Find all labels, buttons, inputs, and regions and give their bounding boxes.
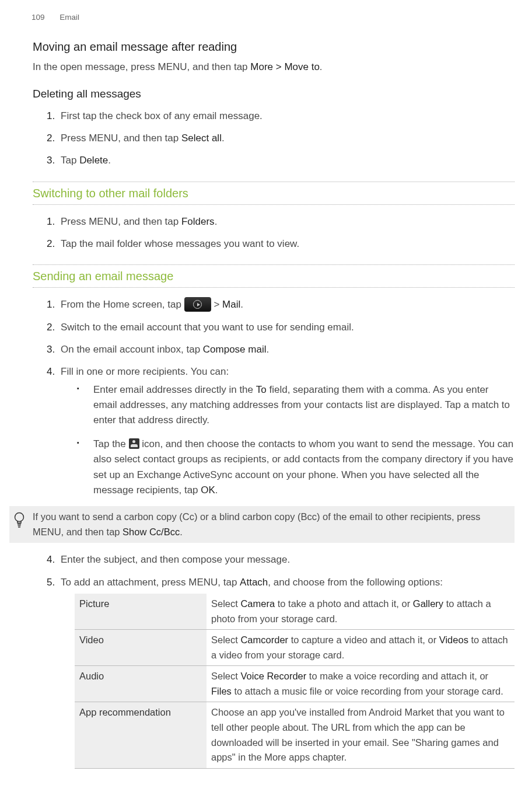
list-item: 1.Press MENU, and then tap Folders. bbox=[47, 214, 514, 229]
list-item: 1. From the Home screen, tap > Mail. bbox=[47, 297, 514, 312]
section-divider: Sending an email message bbox=[33, 264, 514, 288]
attach-desc-video: Select Camcorder to capture a video and … bbox=[206, 630, 514, 666]
attach-desc-app: Choose an app you've installed from Andr… bbox=[206, 702, 514, 768]
tip-text: If you want to send a carbon copy (Cc) o… bbox=[33, 510, 508, 539]
list-item: 4.Fill in one or more recipients. You ca… bbox=[47, 364, 514, 498]
attach-label-video: Video bbox=[75, 630, 206, 666]
heading-deleting-all: Deleting all messages bbox=[33, 85, 514, 102]
heading-switching-folders: Switching to other mail folders bbox=[33, 184, 514, 203]
list-item: 1.First tap the check box of any email m… bbox=[47, 109, 514, 124]
page-number: 109 bbox=[32, 13, 45, 22]
svg-point-0 bbox=[15, 513, 24, 522]
switching-list: 1.Press MENU, and then tap Folders. 2.Ta… bbox=[33, 214, 514, 252]
attach-label-audio: Audio bbox=[75, 666, 206, 702]
list-item: 2.Switch to the email account that you w… bbox=[47, 320, 514, 335]
table-row: Audio Select Voice Recorder to make a vo… bbox=[75, 666, 514, 702]
list-item: Tap the icon, and then choose the contac… bbox=[77, 437, 514, 498]
list-item: 3.On the email account inbox, tap Compos… bbox=[47, 342, 514, 357]
list-item: 4.Enter the subject, and then compose yo… bbox=[47, 552, 514, 567]
moving-email-body: In the open message, press MENU, and the… bbox=[33, 60, 514, 75]
sending-list: 1. From the Home screen, tap > Mail. 2.S… bbox=[33, 297, 514, 498]
section-name: Email bbox=[60, 13, 79, 22]
heading-sending-email: Sending an email message bbox=[33, 267, 514, 285]
attach-options-table: Picture Select Camera to take a photo an… bbox=[75, 594, 514, 769]
table-row: App recommendation Choose an app you've … bbox=[75, 702, 514, 768]
section-divider: Switching to other mail folders bbox=[33, 182, 514, 205]
list-item: 3.Tap Delete. bbox=[47, 153, 514, 168]
list-item: 5.To add an attachment, press MENU, tap … bbox=[47, 575, 514, 769]
contact-icon bbox=[129, 438, 139, 449]
page-header: 109 Email bbox=[32, 12, 514, 24]
deleting-list: 1.First tap the check box of any email m… bbox=[33, 109, 514, 169]
recipients-options: Enter email addresses directly in the To… bbox=[61, 382, 514, 498]
list-item: 2.Tap the mail folder whose messages you… bbox=[47, 236, 514, 252]
list-item: 2.Press MENU, and then tap Select all. bbox=[47, 131, 514, 146]
attach-desc-picture: Select Camera to take a photo and attach… bbox=[206, 594, 514, 630]
heading-moving-email: Moving an email message after reading bbox=[33, 38, 514, 56]
tip-icon bbox=[13, 511, 29, 533]
table-row: Picture Select Camera to take a photo an… bbox=[75, 594, 514, 630]
apps-icon bbox=[184, 297, 211, 312]
tip-cc-bcc: If you want to send a carbon copy (Cc) o… bbox=[9, 506, 514, 543]
sending-list-cont: 4.Enter the subject, and then compose yo… bbox=[33, 552, 514, 768]
table-row: Video Select Camcorder to capture a vide… bbox=[75, 630, 514, 666]
list-item: Enter email addresses directly in the To… bbox=[77, 382, 514, 428]
attach-label-app: App recommendation bbox=[75, 702, 206, 768]
attach-label-picture: Picture bbox=[75, 594, 206, 630]
attach-desc-audio: Select Voice Recorder to make a voice re… bbox=[206, 666, 514, 702]
